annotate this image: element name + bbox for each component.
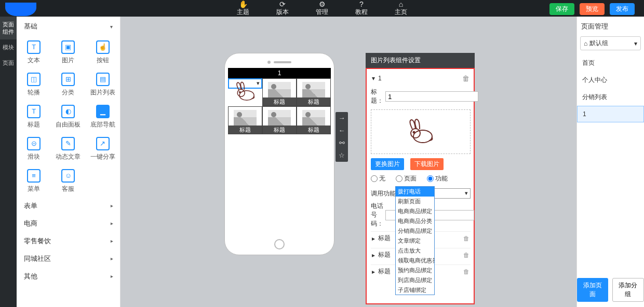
- preview-statusbar: 1: [228, 68, 331, 78]
- refresh-icon: ⟳: [276, 1, 289, 8]
- right-panel-heading: 页面管理: [577, 17, 644, 36]
- image-list-preview[interactable]: 标题 标题 标题 标题 标题: [228, 78, 331, 134]
- add-group-button[interactable]: 添加分组: [612, 278, 645, 302]
- rail-back-icon[interactable]: ←: [336, 124, 348, 137]
- comp-text[interactable]: T文本: [17, 36, 51, 68]
- dropdown-option[interactable]: 刷新页面: [396, 197, 434, 206]
- text-icon: T: [27, 40, 41, 54]
- dropdown-option[interactable]: 点击放大: [396, 246, 434, 256]
- image-preview-box[interactable]: [371, 109, 471, 154]
- publish-button[interactable]: 发布: [610, 3, 635, 15]
- preview-rail: → ← ⚯ ☆: [336, 112, 348, 162]
- gear-icon: ⚙: [316, 1, 328, 8]
- home-icon: ⌂: [584, 40, 587, 47]
- dropdown-option[interactable]: 领取电商优惠券: [396, 256, 434, 266]
- dropdown-option[interactable]: 电商商品绑定: [396, 206, 434, 216]
- bottom-nav-icon: ▁: [96, 105, 110, 118]
- preview-button[interactable]: 预览: [580, 3, 605, 15]
- replace-image-button[interactable]: 更换图片: [371, 158, 404, 170]
- dropdown-option[interactable]: 到店商品绑定: [396, 275, 434, 285]
- topnav-manage[interactable]: ⚙管理: [316, 1, 328, 17]
- delete-icon[interactable]: 🗑: [462, 74, 469, 82]
- right-panel: 页面管理 ⌂默认组 ▾ 首页 个人中心 分销列表 1 添加页面 添加分组: [576, 17, 644, 307]
- group-basic-header[interactable]: 基础 ▾: [17, 17, 120, 36]
- comp-menu[interactable]: ≡菜单: [17, 165, 51, 197]
- comp-image[interactable]: ▣图片: [51, 36, 85, 68]
- page-group-select[interactable]: ⌂默认组 ▾: [580, 36, 641, 50]
- topnav-version[interactable]: ⟳版本: [276, 1, 289, 17]
- svg-point-2: [239, 92, 240, 93]
- rail-link-icon[interactable]: ⚯: [336, 137, 348, 149]
- comp-slider[interactable]: ⊝滑块: [17, 133, 51, 165]
- radio-func[interactable]: 功能: [427, 174, 448, 183]
- comp-share[interactable]: ↗一键分享: [86, 133, 120, 165]
- comp-button[interactable]: ☝按钮: [86, 36, 120, 68]
- dropdown-option[interactable]: 分销商品绑定: [396, 226, 434, 236]
- left-tab-modules[interactable]: 模块: [0, 39, 17, 55]
- delete-icon[interactable]: 🗑: [463, 235, 469, 242]
- list-icon: ▤: [96, 73, 110, 86]
- comp-image-list[interactable]: ▤图片列表: [86, 68, 120, 101]
- thumb-5[interactable]: 标题: [262, 106, 297, 134]
- radio-none[interactable]: 无: [371, 174, 385, 183]
- dropdown-option[interactable]: 子店铺绑定: [396, 285, 434, 295]
- topnav-theme[interactable]: ✋主题: [237, 1, 249, 17]
- comp-bottom-nav[interactable]: ▁底部导航: [86, 101, 120, 133]
- thumb-6[interactable]: 标题: [297, 106, 331, 134]
- thumb-3[interactable]: 标题: [297, 78, 331, 106]
- chevron-right-icon: ▾: [109, 240, 114, 243]
- topnav-tutorial[interactable]: ?教程: [355, 1, 368, 17]
- group-other[interactable]: 其他▾: [17, 268, 120, 285]
- article-icon: ✎: [61, 137, 75, 150]
- comp-free-panel[interactable]: ◐自由面板: [51, 101, 85, 133]
- topnav-home[interactable]: ⌂主页: [395, 1, 407, 17]
- download-image-button[interactable]: 下载图片: [410, 158, 444, 170]
- group-ecommerce[interactable]: 电商▾: [17, 215, 120, 232]
- delete-icon[interactable]: 🗑: [463, 268, 469, 275]
- left-strip: 页面组件 模块 页面: [0, 17, 17, 307]
- page-item-1[interactable]: 1: [577, 106, 644, 122]
- comp-category[interactable]: ⊞分类: [51, 68, 85, 101]
- comp-support[interactable]: ☺客服: [51, 165, 85, 197]
- palette-icon: ◐: [61, 105, 75, 118]
- grid-icon: ⊞: [61, 73, 75, 86]
- rail-star-icon[interactable]: ☆: [336, 149, 348, 162]
- radio-page[interactable]: 页面: [396, 174, 417, 183]
- left-tab-pages[interactable]: 页面: [0, 55, 17, 71]
- top-nav: ✋主题 ⟳版本 ⚙管理 ?教程 ⌂主页: [237, 1, 407, 17]
- top-bar: ✋主题 ⟳版本 ⚙管理 ?教程 ⌂主页 保存 预览 发布: [0, 0, 644, 17]
- image-icon: ▣: [61, 40, 75, 54]
- dropdown-option[interactable]: 拨打电话: [396, 187, 434, 197]
- svg-point-5: [413, 132, 415, 133]
- hand-icon: ✋: [237, 1, 249, 8]
- help-icon: ?: [355, 1, 368, 8]
- left-tab-page-components[interactable]: 页面组件: [0, 17, 17, 39]
- item-header[interactable]: ▾ 1 🗑: [371, 73, 471, 83]
- dropdown-option[interactable]: 预约商品绑定: [396, 266, 434, 275]
- comp-carousel[interactable]: ◫轮播: [17, 68, 51, 101]
- delete-icon[interactable]: 🗑: [463, 252, 469, 259]
- group-retail[interactable]: 零售餐饮▾: [17, 232, 120, 250]
- carousel-icon: ◫: [27, 73, 41, 86]
- comp-title[interactable]: T标题: [17, 101, 51, 133]
- add-page-button[interactable]: 添加页面: [577, 278, 608, 302]
- function-dropdown[interactable]: 拨打电话刷新页面电商商品绑定电商商品分类分销商品绑定文章绑定点击放大领取电商优惠…: [395, 186, 435, 295]
- dropdown-option[interactable]: 文章绑定: [396, 236, 434, 246]
- tap-icon: ☝: [96, 40, 110, 54]
- title-input[interactable]: [385, 91, 478, 102]
- thumb-2[interactable]: 标题: [262, 78, 297, 106]
- page-item-profile[interactable]: 个人中心: [577, 72, 644, 89]
- thumb-4[interactable]: 标题: [228, 106, 262, 134]
- dropdown-option[interactable]: 电商商品分类: [396, 216, 434, 226]
- page-item-home[interactable]: 首页: [577, 54, 644, 72]
- page-item-distribution[interactable]: 分销列表: [577, 89, 644, 106]
- thumb-1[interactable]: [228, 78, 262, 89]
- group-form[interactable]: 表单▾: [17, 197, 120, 215]
- component-grid: T文本 ▣图片 ☝按钮 ◫轮播 ⊞分类 ▤图片列表 T标题 ◐自由面板 ▁底部导…: [17, 36, 120, 197]
- save-button[interactable]: 保存: [549, 3, 574, 15]
- title-field: 标题：: [371, 88, 471, 105]
- settings-panel: 图片列表组件设置 ▾ 1 🗑 标题： 更换图片 下载图片 无 页面 功能: [366, 53, 475, 304]
- rail-forward-icon[interactable]: →: [336, 112, 348, 124]
- group-community[interactable]: 同城社区▾: [17, 250, 120, 268]
- comp-dynamic-article[interactable]: ✎动态文章: [51, 133, 85, 165]
